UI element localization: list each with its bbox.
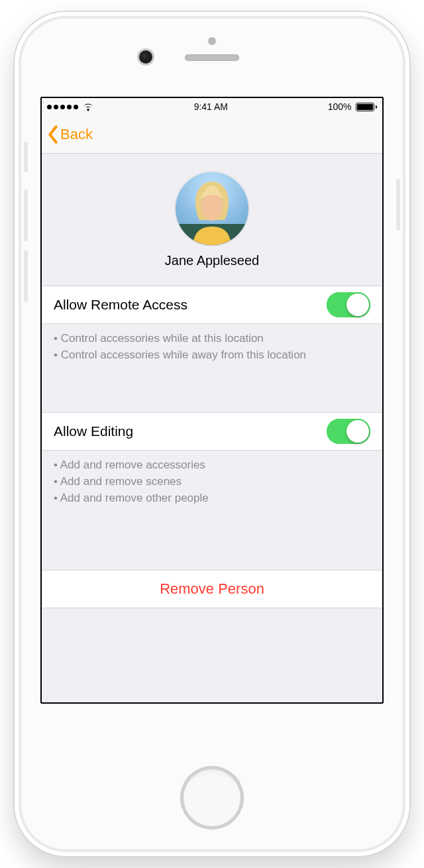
remove-person-label: Remove Person: [160, 580, 264, 598]
allow-remote-access-footer: • Control accessories while at this loca…: [42, 324, 382, 363]
nav-bar: Back: [42, 115, 382, 154]
svg-point-2: [201, 193, 223, 221]
footer-line: • Add and remove scenes: [54, 474, 370, 490]
footer-line: • Control accessories while at this loca…: [54, 331, 370, 347]
allow-editing-toggle[interactable]: [327, 419, 370, 444]
allow-remote-access-label: Allow Remote Access: [54, 297, 187, 313]
battery-icon: [356, 103, 378, 111]
status-bar: 9:41 AM 100%: [42, 98, 382, 115]
mute-switch: [24, 142, 28, 172]
sensor: [208, 37, 216, 45]
screen: 9:41 AM 100% Back: [40, 97, 384, 704]
back-label: Back: [60, 126, 93, 143]
battery-percentage: 100%: [328, 101, 352, 112]
person-name: Jane Appleseed: [42, 253, 382, 268]
power-button: [396, 179, 400, 231]
allow-remote-access-toggle[interactable]: [327, 292, 370, 317]
profile-header: Jane Appleseed: [42, 154, 382, 286]
status-time: 9:41 AM: [194, 101, 228, 112]
speaker: [185, 54, 239, 61]
remove-person-button[interactable]: Remove Person: [42, 570, 382, 608]
allow-editing-label: Allow Editing: [54, 423, 133, 439]
chevron-left-icon: [47, 125, 59, 144]
wifi-icon: [82, 103, 94, 111]
footer-line: • Add and remove accessories: [54, 457, 370, 474]
allow-editing-footer: • Add and remove accessories • Add and r…: [42, 451, 382, 506]
home-button: [180, 766, 244, 830]
volume-up-btn: [24, 190, 28, 241]
device-frame: 9:41 AM 100% Back: [15, 12, 409, 856]
signal-dots-icon: [47, 105, 78, 109]
front-camera: [139, 50, 152, 64]
allow-editing-row: Allow Editing: [42, 412, 382, 451]
footer-line: • Control accessories while away from th…: [54, 347, 370, 364]
allow-remote-access-row: Allow Remote Access: [42, 286, 382, 324]
avatar: [176, 172, 248, 245]
footer-line: • Add and remove other people: [54, 490, 370, 507]
back-button[interactable]: Back: [47, 125, 93, 144]
volume-down-btn: [24, 250, 28, 302]
